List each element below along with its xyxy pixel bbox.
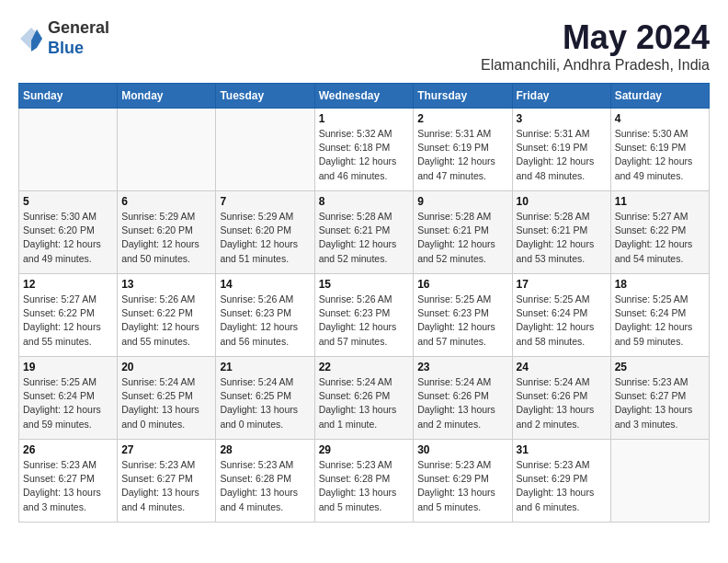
calendar-cell: 23Sunrise: 5:24 AMSunset: 6:26 PMDayligh… (414, 357, 512, 440)
day-info: Sunrise: 5:26 AMSunset: 6:23 PMDaylight:… (220, 293, 310, 349)
day-info: Sunrise: 5:24 AMSunset: 6:26 PMDaylight:… (319, 375, 410, 431)
day-number: 2 (417, 112, 507, 125)
day-number: 15 (319, 278, 410, 291)
day-number: 31 (517, 443, 607, 456)
day-number: 9 (417, 195, 507, 208)
calendar-week-row: 5Sunrise: 5:30 AMSunset: 6:20 PMDaylight… (19, 191, 710, 274)
calendar-cell: 19Sunrise: 5:25 AMSunset: 6:24 PMDayligh… (19, 357, 118, 440)
day-number: 1 (319, 112, 410, 125)
day-info: Sunrise: 5:31 AMSunset: 6:19 PMDaylight:… (517, 127, 607, 183)
day-number: 12 (23, 278, 113, 291)
calendar-cell: 2Sunrise: 5:31 AMSunset: 6:19 PMDaylight… (414, 109, 512, 191)
day-number: 10 (517, 195, 607, 208)
calendar-cell: 24Sunrise: 5:24 AMSunset: 6:26 PMDayligh… (512, 357, 610, 440)
title-area: May 2024 Elamanchili, Andhra Pradesh, In… (481, 18, 710, 74)
day-number: 27 (121, 443, 211, 456)
calendar-cell: 4Sunrise: 5:30 AMSunset: 6:19 PMDaylight… (610, 109, 709, 191)
day-info: Sunrise: 5:23 AMSunset: 6:27 PMDaylight:… (121, 458, 211, 514)
weekday-header-tuesday: Tuesday (216, 84, 314, 109)
calendar-week-row: 26Sunrise: 5:23 AMSunset: 6:27 PMDayligh… (19, 440, 710, 523)
calendar-cell: 3Sunrise: 5:31 AMSunset: 6:19 PMDaylight… (512, 109, 610, 191)
day-info: Sunrise: 5:23 AMSunset: 6:28 PMDaylight:… (319, 458, 410, 514)
day-info: Sunrise: 5:27 AMSunset: 6:22 PMDaylight:… (615, 210, 705, 266)
day-number: 8 (319, 195, 410, 208)
calendar-cell: 26Sunrise: 5:23 AMSunset: 6:27 PMDayligh… (19, 440, 118, 523)
day-info: Sunrise: 5:24 AMSunset: 6:26 PMDaylight:… (517, 375, 607, 431)
calendar-header: SundayMondayTuesdayWednesdayThursdayFrid… (19, 84, 710, 109)
calendar-cell: 22Sunrise: 5:24 AMSunset: 6:26 PMDayligh… (314, 357, 414, 440)
day-number: 13 (121, 278, 211, 291)
day-number: 21 (220, 361, 310, 373)
day-info: Sunrise: 5:24 AMSunset: 6:25 PMDaylight:… (220, 375, 310, 431)
day-info: Sunrise: 5:23 AMSunset: 6:29 PMDaylight:… (517, 458, 607, 514)
day-number: 17 (517, 278, 607, 291)
day-number: 3 (517, 112, 607, 125)
calendar-cell (118, 109, 216, 191)
calendar-cell: 15Sunrise: 5:26 AMSunset: 6:23 PMDayligh… (314, 274, 414, 357)
day-number: 11 (615, 195, 705, 208)
calendar-cell: 25Sunrise: 5:23 AMSunset: 6:27 PMDayligh… (610, 357, 709, 440)
day-info: Sunrise: 5:25 AMSunset: 6:24 PMDaylight:… (517, 293, 607, 349)
logo: General Blue (18, 18, 109, 58)
day-number: 28 (220, 443, 310, 456)
day-info: Sunrise: 5:23 AMSunset: 6:27 PMDaylight:… (615, 375, 705, 431)
day-number: 24 (517, 361, 607, 373)
day-info: Sunrise: 5:26 AMSunset: 6:22 PMDaylight:… (121, 293, 211, 349)
calendar-cell: 9Sunrise: 5:28 AMSunset: 6:21 PMDaylight… (414, 191, 512, 274)
day-info: Sunrise: 5:23 AMSunset: 6:28 PMDaylight:… (220, 458, 310, 514)
day-info: Sunrise: 5:28 AMSunset: 6:21 PMDaylight:… (517, 210, 607, 266)
calendar-cell (216, 109, 314, 191)
calendar-cell: 16Sunrise: 5:25 AMSunset: 6:23 PMDayligh… (414, 274, 512, 357)
day-info: Sunrise: 5:28 AMSunset: 6:21 PMDaylight:… (417, 210, 507, 266)
logo-text: General Blue (48, 18, 109, 58)
calendar-week-row: 1Sunrise: 5:32 AMSunset: 6:18 PMDaylight… (19, 109, 710, 191)
weekday-header-wednesday: Wednesday (314, 84, 414, 109)
weekday-header-friday: Friday (512, 84, 610, 109)
calendar-cell (610, 440, 709, 523)
location-title: Elamanchili, Andhra Pradesh, India (481, 57, 710, 74)
calendar-cell: 31Sunrise: 5:23 AMSunset: 6:29 PMDayligh… (512, 440, 610, 523)
calendar-cell (19, 109, 118, 191)
day-number: 23 (417, 361, 507, 373)
day-number: 26 (23, 443, 113, 456)
calendar-cell: 17Sunrise: 5:25 AMSunset: 6:24 PMDayligh… (512, 274, 610, 357)
day-number: 14 (220, 278, 310, 291)
day-number: 5 (23, 195, 113, 208)
weekday-header-thursday: Thursday (414, 84, 512, 109)
calendar-week-row: 12Sunrise: 5:27 AMSunset: 6:22 PMDayligh… (19, 274, 710, 357)
weekday-header-saturday: Saturday (610, 84, 709, 109)
day-number: 7 (220, 195, 310, 208)
calendar-cell: 21Sunrise: 5:24 AMSunset: 6:25 PMDayligh… (216, 357, 314, 440)
calendar-cell: 30Sunrise: 5:23 AMSunset: 6:29 PMDayligh… (414, 440, 512, 523)
day-info: Sunrise: 5:24 AMSunset: 6:25 PMDaylight:… (121, 375, 211, 431)
calendar-cell: 6Sunrise: 5:29 AMSunset: 6:20 PMDaylight… (118, 191, 216, 274)
calendar-cell: 7Sunrise: 5:29 AMSunset: 6:20 PMDaylight… (216, 191, 314, 274)
logo-icon (18, 26, 44, 52)
day-number: 16 (417, 278, 507, 291)
day-info: Sunrise: 5:28 AMSunset: 6:21 PMDaylight:… (319, 210, 410, 266)
day-number: 19 (23, 361, 113, 373)
day-info: Sunrise: 5:24 AMSunset: 6:26 PMDaylight:… (417, 375, 507, 431)
day-info: Sunrise: 5:29 AMSunset: 6:20 PMDaylight:… (121, 210, 211, 266)
calendar-cell: 1Sunrise: 5:32 AMSunset: 6:18 PMDaylight… (314, 109, 414, 191)
weekday-header-row: SundayMondayTuesdayWednesdayThursdayFrid… (19, 84, 710, 109)
calendar-cell: 18Sunrise: 5:25 AMSunset: 6:24 PMDayligh… (610, 274, 709, 357)
day-info: Sunrise: 5:25 AMSunset: 6:24 PMDaylight:… (615, 293, 705, 349)
calendar-cell: 8Sunrise: 5:28 AMSunset: 6:21 PMDaylight… (314, 191, 414, 274)
calendar-cell: 29Sunrise: 5:23 AMSunset: 6:28 PMDayligh… (314, 440, 414, 523)
day-info: Sunrise: 5:29 AMSunset: 6:20 PMDaylight:… (220, 210, 310, 266)
day-info: Sunrise: 5:27 AMSunset: 6:22 PMDaylight:… (23, 293, 113, 349)
day-info: Sunrise: 5:30 AMSunset: 6:19 PMDaylight:… (615, 127, 705, 183)
day-number: 30 (417, 443, 507, 456)
day-number: 4 (615, 112, 705, 125)
calendar-week-row: 19Sunrise: 5:25 AMSunset: 6:24 PMDayligh… (19, 357, 710, 440)
calendar-cell: 11Sunrise: 5:27 AMSunset: 6:22 PMDayligh… (610, 191, 709, 274)
calendar-cell: 5Sunrise: 5:30 AMSunset: 6:20 PMDaylight… (19, 191, 118, 274)
day-info: Sunrise: 5:32 AMSunset: 6:18 PMDaylight:… (319, 127, 410, 183)
day-info: Sunrise: 5:25 AMSunset: 6:23 PMDaylight:… (417, 293, 507, 349)
weekday-header-sunday: Sunday (19, 84, 118, 109)
day-info: Sunrise: 5:26 AMSunset: 6:23 PMDaylight:… (319, 293, 410, 349)
day-info: Sunrise: 5:25 AMSunset: 6:24 PMDaylight:… (23, 375, 113, 431)
calendar-cell: 27Sunrise: 5:23 AMSunset: 6:27 PMDayligh… (118, 440, 216, 523)
day-info: Sunrise: 5:23 AMSunset: 6:27 PMDaylight:… (23, 458, 113, 514)
